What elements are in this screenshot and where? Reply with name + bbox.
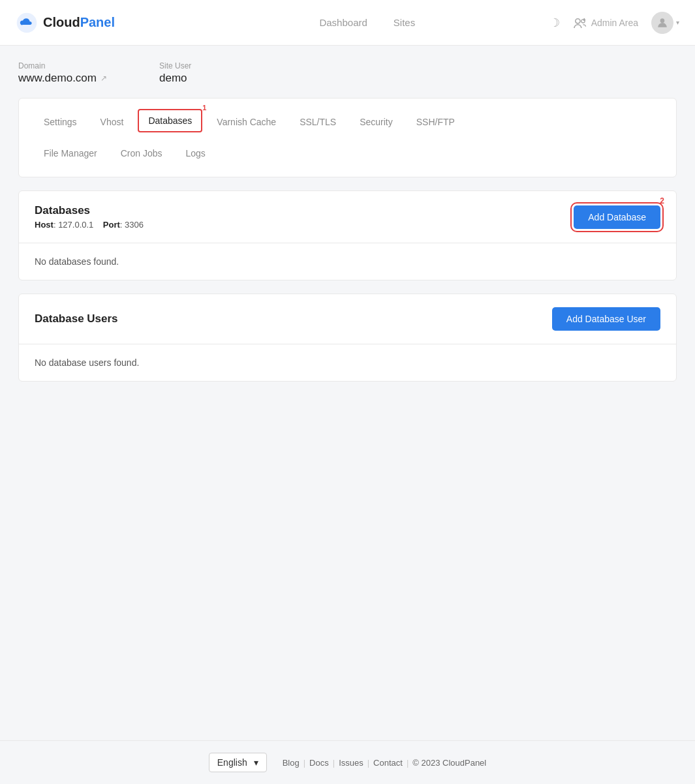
- tab-varnish-cache[interactable]: Varnish Cache: [205, 106, 288, 135]
- tab-logs[interactable]: Logs: [174, 138, 217, 166]
- databases-header-left: Databases Host: 127.0.0.1 Port: 3306: [35, 204, 144, 230]
- tab-security[interactable]: Security: [348, 106, 405, 135]
- cloudpanel-logo-icon: [16, 12, 38, 34]
- tab-cron-jobs[interactable]: Cron Jobs: [109, 138, 174, 166]
- db-users-header: Database Users Add Database User: [19, 294, 676, 344]
- user-icon: [656, 16, 669, 29]
- db-users-card: Database Users Add Database User No data…: [18, 294, 677, 382]
- footer-docs-link[interactable]: Docs: [309, 758, 329, 768]
- add-database-button[interactable]: Add Database: [574, 205, 660, 229]
- main-content: Domain www.demo.com ↗ Site User demo Set…: [0, 46, 695, 740]
- host-value: 127.0.0.1: [58, 220, 93, 230]
- nav-sites[interactable]: Sites: [394, 17, 415, 28]
- footer-links: Blog | Docs | Issues | Contact | © 2023 …: [283, 758, 487, 768]
- nav-dashboard[interactable]: Dashboard: [319, 17, 367, 28]
- admin-area-icon: [573, 17, 587, 29]
- domain-label: Domain: [18, 61, 107, 70]
- language-value: English: [217, 757, 247, 768]
- add-database-wrapper: 2 Add Database: [574, 205, 660, 229]
- user-menu-caret[interactable]: ▾: [676, 19, 679, 26]
- siteuser-label: Site User: [159, 61, 191, 70]
- main-nav: Dashboard Sites: [185, 17, 549, 28]
- domain-block: Domain www.demo.com ↗: [18, 61, 107, 85]
- logo-cloud-text: Cloud: [43, 15, 80, 29]
- tabs-row-1: Settings Vhost 1 Databases Varnish Cache…: [32, 98, 663, 138]
- header: CloudPanel Dashboard Sites ☽ Admin Area: [0, 0, 695, 46]
- logo[interactable]: CloudPanel: [16, 12, 185, 34]
- db-users-body: No database users found.: [19, 344, 676, 381]
- port-value: 3306: [125, 220, 144, 230]
- tabs-card: Settings Vhost 1 Databases Varnish Cache…: [18, 98, 677, 177]
- databases-header: Databases Host: 127.0.0.1 Port: 3306 2 A…: [19, 191, 676, 243]
- tab-settings[interactable]: Settings: [32, 106, 89, 135]
- header-actions: ☽ Admin Area ▾: [549, 12, 679, 34]
- logo-panel-text: Panel: [80, 15, 115, 29]
- footer-contact-link[interactable]: Contact: [373, 758, 403, 768]
- admin-area-label: Admin Area: [591, 18, 638, 28]
- databases-meta: Host: 127.0.0.1 Port: 3306: [35, 220, 144, 230]
- siteuser-block: Site User demo: [159, 61, 191, 85]
- tab-ssh-ftp[interactable]: SSH/FTP: [405, 106, 467, 135]
- lang-dropdown-icon: ▾: [254, 757, 258, 768]
- user-avatar[interactable]: [651, 12, 673, 34]
- tab-file-manager[interactable]: File Manager: [32, 138, 109, 166]
- external-link-icon[interactable]: ↗: [100, 74, 107, 83]
- add-database-badge: 2: [660, 196, 664, 205]
- tabs-row-2: File Manager Cron Jobs Logs: [32, 138, 663, 166]
- databases-body: No databases found.: [19, 243, 676, 280]
- port-label: Port: [103, 220, 120, 230]
- tab-ssl-tls[interactable]: SSL/TLS: [288, 106, 348, 135]
- footer: English ▾ Blog | Docs | Issues | Contact…: [0, 740, 695, 784]
- domain-value: www.demo.com ↗: [18, 72, 107, 85]
- footer-copyright: © 2023 CloudPanel: [412, 758, 486, 768]
- host-label: Host: [35, 220, 54, 230]
- dark-mode-icon[interactable]: ☽: [549, 16, 560, 30]
- databases-title: Databases: [35, 204, 144, 217]
- tab-databases[interactable]: 1 Databases: [138, 109, 202, 132]
- no-db-users-message: No database users found.: [35, 357, 139, 368]
- admin-area-button[interactable]: Admin Area: [573, 17, 638, 29]
- svg-point-1: [575, 18, 579, 23]
- siteuser-value: demo: [159, 72, 191, 85]
- language-selector[interactable]: English ▾: [209, 753, 267, 772]
- domain-info: Domain www.demo.com ↗ Site User demo: [18, 61, 677, 85]
- add-database-user-button[interactable]: Add Database User: [552, 307, 660, 331]
- no-databases-message: No databases found.: [35, 256, 119, 267]
- db-users-title: Database Users: [35, 312, 118, 325]
- footer-issues-link[interactable]: Issues: [339, 758, 363, 768]
- tab-vhost[interactable]: Vhost: [89, 106, 136, 135]
- footer-blog-link[interactable]: Blog: [283, 758, 300, 768]
- databases-card: Databases Host: 127.0.0.1 Port: 3306 2 A…: [18, 190, 677, 280]
- svg-point-4: [660, 18, 665, 23]
